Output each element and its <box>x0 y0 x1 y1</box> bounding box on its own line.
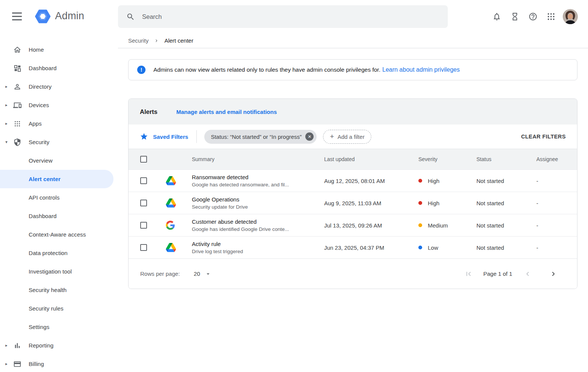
dropdown-caret-icon <box>205 271 211 277</box>
alerts-card-header: Alerts Manage alerts and email notificat… <box>129 99 577 125</box>
menu-icon[interactable] <box>12 12 22 20</box>
pagination: Page 1 of 1 <box>464 270 557 278</box>
star-icon <box>140 132 148 141</box>
select-all-checkbox[interactable] <box>140 156 147 163</box>
sidebar-item-security[interactable]: ▾ Security <box>0 133 118 151</box>
avatar[interactable] <box>562 8 579 25</box>
severity-dot <box>418 223 422 227</box>
sidebar-item-context-aware-access[interactable]: Context-Aware access <box>0 225 118 244</box>
hourglass-icon[interactable] <box>506 8 524 26</box>
main-content: Security Alert center ! Admins can now v… <box>118 33 588 372</box>
table-header-row: Summary Last updated Severity Status Ass… <box>129 149 577 169</box>
google-drive-icon <box>166 243 192 252</box>
table-footer: Rows per page: 20 Page 1 of 1 <box>129 258 577 289</box>
first-page-button[interactable] <box>464 270 473 278</box>
alert-last-updated: Aug 9, 2025, 11:03 AM <box>324 200 418 206</box>
google-drive-icon <box>166 198 192 208</box>
sidebar-item-label: Reporting <box>29 342 54 349</box>
alert-last-updated: Aug 12, 2025, 08:01 AM <box>324 178 418 184</box>
add-filter-button[interactable]: + Add a filter <box>323 130 371 144</box>
collapse-caret-icon[interactable]: ▾ <box>0 140 13 144</box>
sidebar-item-dashboard[interactable]: Dashboard <box>0 59 118 77</box>
expand-caret-icon[interactable]: ▸ <box>0 121 13 126</box>
search-bar[interactable] <box>118 5 448 28</box>
chevron-right-icon <box>154 38 159 43</box>
alert-status: Not started <box>476 178 536 184</box>
breadcrumb-security[interactable]: Security <box>128 37 149 44</box>
status-filter-chip[interactable]: Status: “Not started” or “In progress” × <box>204 130 317 144</box>
remove-filter-icon[interactable]: × <box>305 132 314 141</box>
expand-caret-icon[interactable]: ▸ <box>0 103 13 108</box>
alert-status: Not started <box>476 200 536 206</box>
home-icon <box>13 45 22 54</box>
sidebar-item-overview[interactable]: Overview <box>0 151 118 170</box>
severity-label: High <box>428 178 439 184</box>
expand-caret-icon[interactable]: ▸ <box>0 361 13 366</box>
manage-alerts-link[interactable]: Manage alerts and email notifications <box>176 109 277 115</box>
alert-assignee: - <box>536 222 577 229</box>
admin-privileges-link[interactable]: Learn about admin privileges <box>382 66 459 73</box>
clear-filters-button[interactable]: CLEAR FILTERS <box>521 134 566 140</box>
expand-caret-icon[interactable]: ▸ <box>0 343 13 348</box>
sidebar-item-security-dashboard[interactable]: Dashboard <box>0 207 118 225</box>
alert-assignee: - <box>536 200 577 206</box>
sidebar-item-api-controls[interactable]: API controls <box>0 188 118 207</box>
sidebar-item-label: Security <box>29 139 49 145</box>
column-header-assignee: Assignee <box>536 156 577 162</box>
row-checkbox[interactable] <box>140 200 147 206</box>
google-g-icon <box>166 221 192 230</box>
row-checkbox[interactable] <box>140 222 147 229</box>
info-icon: ! <box>137 66 145 74</box>
sidebar-item-label: Directory <box>29 83 52 90</box>
sidebar-item-directory[interactable]: ▸ Directory <box>0 77 118 96</box>
saved-filters-button[interactable]: Saved Filters <box>140 132 188 141</box>
alert-subtitle: Security update for Drive <box>192 204 324 210</box>
alert-status: Not started <box>476 244 536 251</box>
row-checkbox[interactable] <box>140 244 147 251</box>
sidebar-item-security-health[interactable]: Security health <box>0 281 118 299</box>
severity-label: Low <box>428 244 438 251</box>
sidebar-item-label: Devices <box>29 102 49 108</box>
severity-label: High <box>428 200 439 206</box>
search-input[interactable] <box>142 13 439 20</box>
expand-caret-icon[interactable]: ▸ <box>0 84 13 89</box>
sidebar-item-settings[interactable]: Settings <box>0 318 118 336</box>
breadcrumb: Security Alert center <box>118 33 588 48</box>
table-row[interactable]: Activity rule Drive log test triggered J… <box>129 236 577 258</box>
sidebar-item-billing[interactable]: ▸ Billing <box>0 355 118 372</box>
table-row[interactable]: Google Operations Security update for Dr… <box>129 192 577 214</box>
notifications-bell-icon[interactable] <box>488 8 506 26</box>
rows-per-page-select[interactable]: 20 <box>194 271 211 277</box>
sidebar-item-data-protection[interactable]: Data protection <box>0 244 118 262</box>
alert-title: Customer abuse detected <box>192 218 324 225</box>
apps-grid-icon[interactable] <box>542 8 560 26</box>
sidebar-item-label: Dashboard <box>29 65 57 71</box>
table-row[interactable]: Customer abuse detected Google has ident… <box>129 214 577 236</box>
sidebar-item-reporting[interactable]: ▸ Reporting <box>0 336 118 355</box>
sidebar-item-apps[interactable]: ▸ Apps <box>0 114 118 133</box>
rows-per-page-label: Rows per page: <box>140 271 180 277</box>
column-header-last-updated: Last updated <box>324 156 418 162</box>
table-row[interactable]: Ransomware detected Google has detected … <box>129 169 577 192</box>
alert-status: Not started <box>476 222 536 229</box>
banner-message: Admins can now view alerts related only … <box>153 66 380 73</box>
devices-icon <box>13 101 22 110</box>
page-status: Page 1 of 1 <box>483 271 512 277</box>
sidebar-item-security-rules[interactable]: Security rules <box>0 299 118 318</box>
help-icon[interactable] <box>524 8 542 26</box>
severity-dot <box>418 179 422 183</box>
previous-page-button[interactable] <box>524 270 532 278</box>
sidebar-item-devices[interactable]: ▸ Devices <box>0 96 118 114</box>
google-admin-logo-icon <box>35 9 51 24</box>
next-page-button[interactable] <box>549 270 557 278</box>
sidebar-item-alert-center[interactable]: Alert center <box>0 170 113 188</box>
severity-label: Medium <box>428 222 448 229</box>
sidebar-item-investigation-tool[interactable]: Investigation tool <box>0 262 118 281</box>
alert-title: Ransomware detected <box>192 174 324 180</box>
sidebar-item-label: Billing <box>29 361 44 367</box>
row-checkbox[interactable] <box>140 177 147 184</box>
alert-subtitle: Drive log test triggered <box>192 249 324 254</box>
sidebar-item-home[interactable]: Home <box>0 40 118 59</box>
alert-subtitle: Google has detected ransomware, and fil.… <box>192 182 324 188</box>
person-icon <box>13 82 22 91</box>
